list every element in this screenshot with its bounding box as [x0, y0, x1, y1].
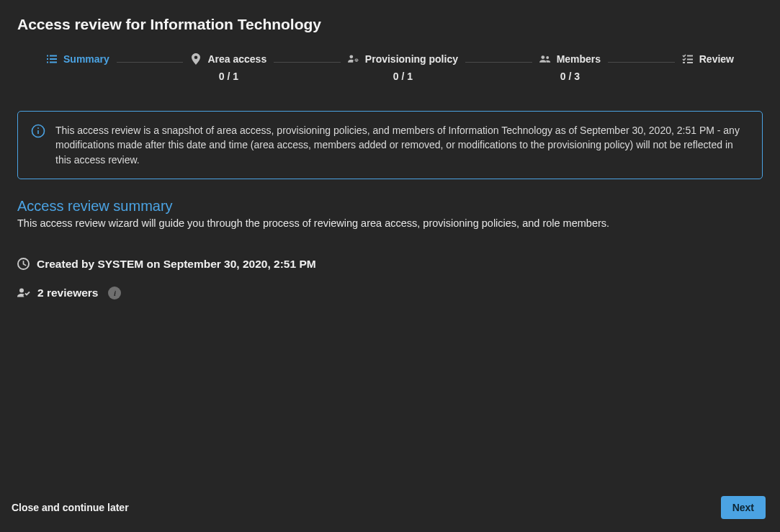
svg-rect-1 — [50, 55, 57, 57]
step-review[interactable]: Review — [682, 53, 734, 65]
info-badge-icon[interactable]: i — [108, 287, 121, 299]
svg-point-16 — [37, 127, 39, 129]
created-by-row: Created by SYSTEM on September 30, 2020,… — [17, 258, 763, 271]
svg-rect-3 — [50, 58, 57, 60]
users-cog-icon — [348, 53, 359, 65]
svg-point-8 — [541, 55, 544, 59]
step-members[interactable]: Members 0 / 3 — [539, 53, 601, 82]
svg-rect-5 — [50, 62, 57, 63]
wizard-stepper: Summary Area access 0 / 1 Provisioning p… — [0, 40, 780, 82]
info-alert-text: This access review is a snapshot of area… — [55, 123, 749, 167]
created-by-text: Created by SYSTEM on September 30, 2020,… — [37, 258, 316, 271]
step-area-access[interactable]: Area access 0 / 1 — [190, 53, 266, 82]
step-label: Summary — [63, 53, 109, 65]
svg-point-6 — [349, 55, 353, 58]
svg-rect-4 — [47, 62, 48, 63]
svg-rect-0 — [47, 55, 48, 57]
svg-rect-11 — [687, 59, 693, 60]
location-pin-icon — [190, 53, 202, 65]
svg-rect-12 — [683, 62, 685, 63]
summary-description: This access review wizard will guide you… — [17, 217, 763, 229]
list-icon — [46, 53, 58, 65]
reviewers-row: 2 reviewers i — [17, 287, 763, 299]
reviewers-text: 2 reviewers — [37, 287, 98, 299]
stepper-connector — [274, 62, 341, 63]
step-provisioning-policy[interactable]: Provisioning policy 0 / 1 — [348, 53, 458, 82]
step-count: 0 / 3 — [560, 71, 580, 82]
checklist-icon — [682, 53, 694, 65]
info-alert: This access review is a snapshot of area… — [17, 111, 763, 179]
clock-icon — [17, 258, 30, 270]
step-summary[interactable]: Summary — [46, 53, 109, 65]
svg-point-17 — [19, 289, 24, 293]
stepper-connector — [117, 62, 184, 63]
summary-heading: Access review summary — [17, 198, 763, 215]
page-title: Access review for Information Technology — [0, 0, 780, 40]
svg-point-9 — [546, 56, 549, 59]
next-button[interactable]: Next — [721, 496, 766, 519]
step-count: 0 / 1 — [393, 71, 413, 82]
step-label: Provisioning policy — [365, 53, 458, 65]
user-check-icon — [17, 287, 30, 298]
step-label: Members — [557, 53, 601, 65]
info-circle-icon — [31, 124, 45, 138]
users-icon — [539, 53, 551, 65]
step-count: 0 / 1 — [219, 71, 238, 82]
stepper-connector — [608, 62, 675, 63]
wizard-footer: Close and continue later Next — [0, 486, 780, 532]
stepper-connector — [465, 62, 532, 63]
step-label: Area access — [207, 53, 266, 65]
step-label: Review — [699, 53, 734, 65]
svg-rect-13 — [687, 62, 693, 63]
close-and-continue-link[interactable]: Close and continue later — [12, 502, 129, 513]
svg-rect-10 — [687, 55, 693, 57]
svg-rect-2 — [47, 58, 48, 60]
